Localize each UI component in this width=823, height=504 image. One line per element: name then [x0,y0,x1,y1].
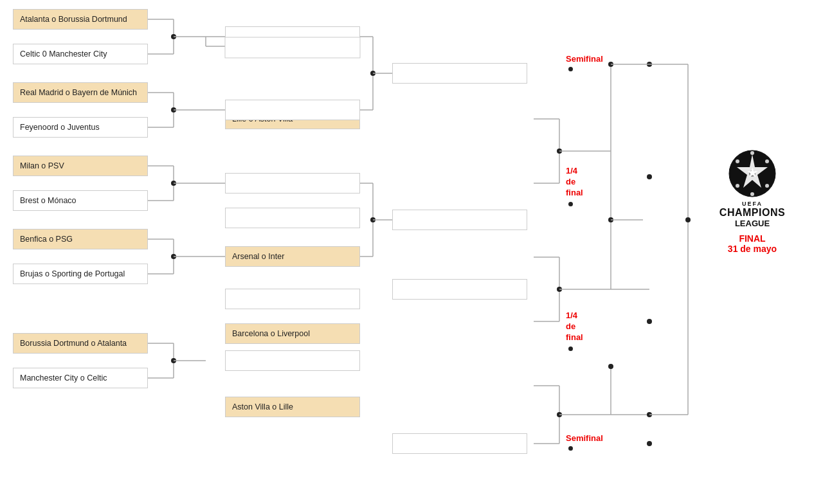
svg-point-62 [608,364,613,369]
svg-point-13 [171,181,176,186]
r16-match-5-label: Milan o PSV [20,161,64,170]
qf-match-4: Barcelona o Liverpool [225,323,360,344]
qf-match-5: Aston Villa o Lille [225,397,360,417]
r16-match-7-label: Benfica o PSG [20,235,73,244]
svg-point-66 [608,62,613,67]
sf-empty-4 [392,433,527,454]
svg-point-86 [750,192,754,196]
r16-match-4: Feyenoord o Juventus [13,117,148,138]
final-label: FINAL 31 de mayo [728,233,777,254]
uefa-logo-area: ★ UEFA CHAMPIONS LEAGUE FINAL 31 de mayo [688,148,817,254]
r16-match-1: Atalanta o Borussia Dortmund [13,9,148,30]
r16-match-1-label: Atalanta o Borussia Dortmund [20,15,127,24]
quarter-final-lower-label: 1/4 de final [566,310,583,354]
qf-match-4-label: Barcelona o Liverpool [232,329,310,338]
r16-match-7: Benfica o PSG [13,229,148,249]
r16-match-6-label: Brest o Mónaco [20,196,77,205]
r16-match-3-label: Real Madrid o Bayern de Múnich [20,88,137,97]
qf-empty-1 [225,26,360,47]
champions-text: CHAMPIONS [719,207,785,219]
league-text: LEAGUE [735,219,770,228]
svg-point-59 [557,412,562,417]
r16-match-9: Borussia Dortmund o Atalanta [13,333,148,354]
svg-point-84 [765,159,769,163]
r16-match-4-label: Feyenoord o Juventus [20,123,100,132]
svg-point-69 [647,412,652,417]
qf-match-5-label: Aston Villa o Lille [232,402,293,411]
svg-point-70 [647,174,652,179]
svg-point-3 [171,34,176,39]
r16-match-8-label: Brujas o Sporting de Portugal [20,269,125,278]
qf-empty-4 [225,208,360,228]
sf-empty-3 [392,279,527,300]
r16-match-5: Milan o PSV [13,156,148,176]
svg-point-18 [171,254,176,259]
svg-point-50 [557,287,562,292]
semifinal-bottom-label: Semifinal [566,433,603,453]
bracket-container: Atalanta o Borussia Dortmund Celtic 0 Ma… [0,0,823,504]
qf-match-3-label: Arsenal o Inter [232,252,284,261]
svg-text:★: ★ [747,166,758,179]
svg-point-45 [557,148,562,154]
svg-point-8 [171,107,176,113]
r16-match-6: Brest o Mónaco [13,190,148,211]
r16-match-8: Brujas o Sporting de Portugal [13,264,148,284]
sf-empty-2 [392,210,527,230]
svg-point-63 [647,62,652,67]
qf-empty-3 [225,173,360,194]
r16-match-2: Celtic 0 Manchester City [13,44,148,64]
svg-point-85 [765,184,769,188]
svg-point-83 [750,151,754,155]
qf-empty-2 [225,100,360,120]
svg-point-54 [608,217,613,222]
r16-match-2-label: Celtic 0 Manchester City [20,50,107,59]
svg-point-88 [736,159,739,163]
r16-match-10: Manchester City o Celtic [13,368,148,388]
svg-point-87 [736,184,739,188]
svg-point-64 [647,441,652,446]
svg-point-40 [370,217,375,222]
r16-match-3: Real Madrid o Bayern de Múnich [13,82,148,103]
qf-empty-5 [225,289,360,309]
uefa-text: UEFA [742,201,763,207]
r16-match-9-label: Borussia Dortmund o Atalanta [20,339,127,348]
qf-match-3: Arsenal o Inter [225,246,360,267]
r16-match-10-label: Manchester City o Celtic [20,374,107,382]
svg-point-23 [171,358,176,363]
svg-point-33 [370,71,375,76]
qf-empty-6 [225,350,360,371]
champions-league-ball-icon: ★ [727,148,778,199]
sf-empty-1 [392,63,527,84]
quarter-final-upper-label: 1/4 de final [566,166,583,210]
svg-point-71 [647,319,652,324]
semifinal-top-label: Semifinal [566,54,603,73]
